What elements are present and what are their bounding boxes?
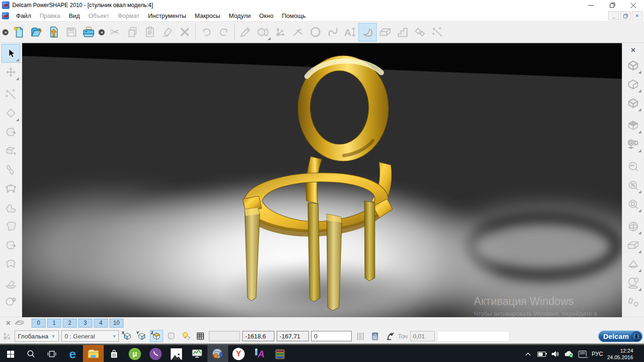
close-button[interactable] (623, 0, 644, 10)
view-along-z-button[interactable]: Z (150, 330, 163, 342)
draft-surface-button[interactable] (2, 274, 20, 292)
undo-button[interactable] (198, 24, 215, 41)
surface-tools-button[interactable] (2, 293, 20, 311)
select-cursor-button[interactable] (2, 44, 20, 62)
levels-close-icon[interactable]: ✕ (6, 320, 11, 327)
taskbar-viber[interactable] (145, 345, 166, 362)
3d-viewport[interactable]: Активация Windows Чтобы активировать Win… (22, 43, 622, 317)
text-button[interactable]: A (341, 24, 359, 41)
grid-icon[interactable] (194, 330, 206, 342)
coordinate-z-field[interactable] (311, 331, 352, 341)
arc-button[interactable] (324, 24, 341, 41)
delete-button[interactable] (176, 24, 193, 41)
taskbar-system-monitor[interactable] (187, 345, 207, 362)
levels-icon[interactable] (14, 317, 25, 329)
shaded-view-button[interactable] (624, 116, 642, 134)
solid-primitives-button[interactable] (254, 24, 272, 41)
circle-button[interactable] (306, 24, 324, 41)
open-model-button[interactable] (27, 24, 45, 41)
action-center-icon[interactable] (578, 348, 587, 360)
patch-surface-button[interactable] (2, 255, 20, 273)
options-gears-button[interactable] (411, 24, 429, 41)
cut-button[interactable]: ✂ (106, 24, 124, 41)
cloud-sync-icon[interactable] (564, 348, 574, 360)
dynamic-section-button[interactable] (624, 293, 642, 311)
drive-curve-surface-button[interactable] (2, 198, 20, 216)
revolution-surface-button[interactable] (2, 123, 20, 141)
polyline-button[interactable] (289, 24, 306, 41)
block-button[interactable] (624, 236, 642, 254)
mdi-restore-button[interactable] (620, 11, 631, 20)
sketch-button[interactable] (237, 24, 254, 41)
restore-button[interactable] (602, 0, 623, 10)
coordinate-list-icon[interactable] (354, 330, 366, 342)
print-button[interactable] (80, 24, 97, 41)
level-button-10[interactable]: 10 (109, 319, 124, 328)
taskbar-yandex[interactable]: Y (228, 345, 249, 362)
menu-item-help[interactable]: Помощь (278, 11, 310, 20)
level-button-3[interactable]: 3 (78, 319, 92, 328)
taskbar-powershape[interactable] (207, 345, 228, 362)
cylinder-mode-icon[interactable] (165, 330, 177, 342)
toolbar-collapse-icon[interactable]: ◂ (2, 29, 8, 35)
iso-views-button[interactable] (624, 217, 642, 235)
extrusion-surface-button[interactable] (2, 142, 20, 160)
battery-icon[interactable] (537, 348, 546, 360)
menu-item-macros[interactable]: Макросы (190, 11, 224, 20)
search-button[interactable] (21, 345, 41, 362)
tray-chevron-icon[interactable] (523, 348, 533, 360)
coordinate-y-field[interactable] (277, 331, 309, 341)
menu-item-modules[interactable]: Модули (224, 11, 255, 20)
level-button-4[interactable]: 4 (94, 319, 108, 328)
workplane-button[interactable] (272, 24, 289, 41)
mdi-close-button[interactable]: ✕ (632, 11, 643, 20)
menu-item-view[interactable]: Вид (65, 11, 84, 20)
coordinate-x-field[interactable] (242, 331, 274, 341)
taskbar-store[interactable] (104, 345, 124, 362)
view-along-y-button[interactable]: Y (136, 330, 148, 342)
taskbar-file-explorer[interactable] (83, 345, 104, 362)
taskbar-edge[interactable]: e (62, 345, 83, 362)
freeform-surface-button[interactable] (2, 161, 20, 179)
unwrap-surface-button[interactable] (2, 236, 20, 254)
taskbar-artcam[interactable]: A (249, 345, 270, 362)
tolerance-field[interactable] (410, 331, 435, 341)
solid-box-button[interactable] (376, 24, 394, 41)
redo-button[interactable] (215, 24, 232, 41)
mdi-minimize-button[interactable]: _ (608, 11, 619, 20)
zoom-full-button[interactable] (624, 176, 642, 194)
level-button-2[interactable]: 2 (63, 319, 77, 328)
view-orientation-button[interactable] (624, 135, 642, 153)
format-painter-button[interactable] (158, 24, 176, 41)
wireframe-view-button[interactable] (624, 57, 642, 74)
taskbar-utorrent[interactable]: µ (124, 345, 145, 362)
taskbar-winrar[interactable] (270, 345, 290, 362)
shaded-wire-view-button[interactable] (624, 94, 642, 112)
menu-item-tools[interactable]: Инструменты (144, 11, 190, 20)
new-model-button[interactable] (10, 24, 27, 41)
transform-button[interactable] (2, 63, 20, 81)
start-button[interactable] (0, 345, 21, 362)
zoom-previous-button[interactable] (624, 157, 642, 175)
menu-item-file[interactable]: Файл (12, 11, 35, 20)
toolbar-collapse-icon[interactable]: ◂ (99, 29, 105, 35)
clock[interactable]: 12:24 24.05.2016 (607, 347, 635, 361)
measure-tool-icon[interactable] (383, 330, 396, 342)
dimension-button[interactable] (624, 255, 642, 273)
zoom-box-button[interactable] (624, 195, 642, 213)
fillet-surface-button[interactable] (2, 217, 20, 235)
plane-button[interactable] (2, 104, 20, 122)
language-indicator[interactable]: РУС (592, 351, 603, 357)
paste-button[interactable] (141, 24, 158, 41)
hidden-line-view-button[interactable] (624, 75, 642, 93)
import-button[interactable] (45, 24, 62, 41)
calculator-icon[interactable] (369, 330, 381, 342)
volume-icon[interactable] (551, 348, 560, 360)
workplane-selector[interactable]: Глобальна ▼ (15, 330, 59, 342)
views-toolbar-close-icon[interactable]: ✕ (624, 44, 642, 56)
level-button-1[interactable]: 1 (47, 319, 61, 328)
surface-wizard-button[interactable] (2, 85, 20, 103)
view-along-x-button[interactable]: X (121, 330, 133, 342)
menu-item-window[interactable]: Окно (255, 11, 278, 20)
wizard-button[interactable] (429, 24, 446, 41)
